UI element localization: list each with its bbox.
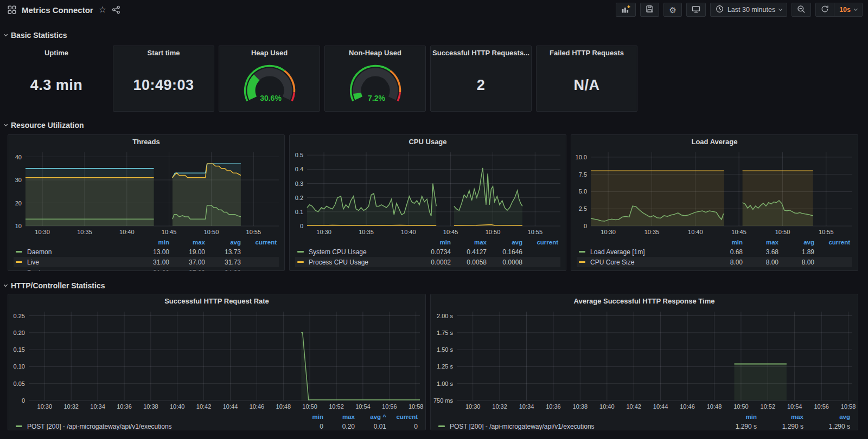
legend-sort-max[interactable]: max bbox=[169, 239, 205, 246]
http-response-time-legend: minmaxavgPOST [200] - /api-microgateway/… bbox=[436, 412, 852, 430]
legend-sort-avg[interactable]: avg bbox=[205, 239, 241, 246]
dashboard-title[interactable]: Metrics Connector bbox=[22, 5, 93, 15]
svg-text:10:58: 10:58 bbox=[409, 403, 424, 410]
time-range-picker[interactable]: Last 30 minutes bbox=[710, 3, 787, 17]
series-swatch[interactable] bbox=[16, 261, 22, 263]
panel-title[interactable]: Average Successful HTTP Response Time bbox=[431, 294, 858, 307]
series-name[interactable]: CPU Core Size bbox=[590, 259, 634, 266]
legend-row: CPU Core Size8.008.008.00 bbox=[577, 257, 852, 267]
legend-value: 0 bbox=[292, 423, 323, 430]
series-swatch[interactable] bbox=[579, 261, 585, 263]
star-icon[interactable]: ☆ bbox=[99, 5, 106, 14]
legend-sort-max[interactable]: max bbox=[323, 414, 355, 420]
http-response-time-chart[interactable]: 10:3010:3210:3410:3610:3810:4010:4210:44… bbox=[431, 307, 858, 411]
legend-sort-min[interactable]: min bbox=[292, 414, 323, 420]
add-panel-button[interactable] bbox=[616, 3, 636, 17]
svg-text:10:46: 10:46 bbox=[250, 403, 265, 410]
legend-header: minmaxavgcurrent bbox=[295, 238, 560, 247]
legend-value: 0.0734 bbox=[415, 248, 451, 256]
load-average-chart[interactable]: 10:3010:3510:4010:4510:5010:5502.55.07.5… bbox=[571, 148, 858, 237]
threads-chart[interactable]: 10:3010:3510:4010:4510:5010:5510203040 bbox=[8, 148, 284, 237]
series-swatch[interactable] bbox=[16, 425, 22, 427]
series-swatch[interactable] bbox=[438, 425, 445, 427]
panel-http-request-rate: Successful HTTP Request Rate 10:3010:321… bbox=[8, 294, 426, 430]
legend-header: minmaxavgcurrent bbox=[577, 238, 852, 247]
dashboard-grid-icon[interactable] bbox=[8, 5, 16, 14]
chevron-down-icon bbox=[4, 283, 8, 287]
series-name[interactable]: POST [200] - /api-microgateway/api/v1/ex… bbox=[27, 423, 172, 430]
series-swatch[interactable] bbox=[16, 251, 22, 253]
zoom-out-icon bbox=[797, 5, 806, 15]
legend-sort-min[interactable]: min bbox=[133, 239, 169, 246]
legend-sort-current[interactable]: current bbox=[241, 239, 277, 246]
panel-title[interactable]: CPU Usage bbox=[290, 135, 566, 148]
svg-text:10:40: 10:40 bbox=[599, 403, 615, 410]
legend-sort-min[interactable]: min bbox=[415, 239, 451, 246]
section-resource-utilization[interactable]: Resource Utilization bbox=[4, 120, 868, 130]
panel-title[interactable]: Heap Used bbox=[219, 46, 320, 59]
legend-sort-max[interactable]: max bbox=[451, 239, 487, 246]
svg-text:10:35: 10:35 bbox=[77, 229, 92, 235]
svg-text:10:48: 10:48 bbox=[707, 403, 722, 410]
legend-sort-max[interactable]: max bbox=[743, 239, 778, 246]
section-basic-statistics[interactable]: Basic Statistics bbox=[4, 30, 868, 40]
legend-sort-avg[interactable]: avg bbox=[778, 239, 814, 246]
series-swatch[interactable] bbox=[579, 251, 585, 253]
series-name[interactable]: POST [200] - /api-microgateway/api/v1/ex… bbox=[450, 423, 595, 430]
save-dashboard-button[interactable] bbox=[640, 3, 659, 17]
legend-sort-current[interactable]: current bbox=[522, 239, 558, 246]
legend-value: 8.00 bbox=[743, 259, 778, 266]
legend-sort-avg[interactable]: avg bbox=[803, 414, 850, 420]
series-name[interactable]: System CPU Usage bbox=[309, 248, 367, 256]
zoom-out-button[interactable] bbox=[792, 3, 811, 17]
refresh-interval-picker[interactable]: 10s bbox=[834, 3, 862, 16]
cpu-usage-chart[interactable]: 10:3010:3510:4010:4510:5010:5500.10.20.3… bbox=[290, 148, 566, 237]
legend-value: 1.89 bbox=[778, 248, 814, 256]
svg-text:10:55: 10:55 bbox=[819, 229, 834, 235]
series-name[interactable]: Live bbox=[27, 259, 39, 266]
panel-title[interactable]: Non-Heap Used bbox=[325, 46, 425, 59]
legend-sort-current[interactable]: current bbox=[814, 239, 850, 246]
svg-text:0: 0 bbox=[300, 223, 303, 229]
panel-title[interactable]: Successful HTTP Request Rate bbox=[8, 294, 425, 307]
svg-text:10:36: 10:36 bbox=[117, 403, 132, 410]
panel-title[interactable]: Threads bbox=[8, 135, 284, 148]
svg-text:30.6%: 30.6% bbox=[260, 94, 282, 102]
panel-failed-http-requests: Failed HTTP Requests N/A bbox=[536, 46, 637, 112]
series-name[interactable]: Load Average [1m] bbox=[590, 248, 645, 256]
series-name[interactable]: Peak bbox=[27, 269, 42, 271]
section-http-controller-statistics[interactable]: HTTP/Controller Statistics bbox=[4, 281, 868, 290]
start-time-value: 10:49:03 bbox=[113, 59, 214, 111]
svg-text:10:30: 10:30 bbox=[316, 229, 331, 235]
series-swatch[interactable] bbox=[297, 261, 304, 263]
legend-row: Load Average [1m]0.683.681.89 bbox=[577, 247, 852, 257]
series-name[interactable]: Process CPU Usage bbox=[309, 259, 368, 266]
legend-header: minmaxavgcurrent bbox=[14, 238, 279, 247]
legend-sort-current[interactable]: current bbox=[386, 414, 418, 420]
legend-sort-avg[interactable]: avg ^ bbox=[355, 414, 386, 420]
refresh-button[interactable] bbox=[816, 3, 834, 16]
svg-text:10:50: 10:50 bbox=[775, 229, 790, 235]
panel-title[interactable]: Start time bbox=[113, 46, 214, 59]
legend-sort-min[interactable]: min bbox=[710, 414, 757, 420]
legend-sort-max[interactable]: max bbox=[757, 414, 803, 420]
resource-utilization-row: Threads 10:3010:3510:4010:4510:5010:5510… bbox=[8, 134, 868, 271]
cycle-view-button[interactable] bbox=[686, 3, 706, 17]
panel-load-average: Load Average 10:3010:3510:4010:4510:5010… bbox=[571, 134, 858, 271]
svg-text:10:44: 10:44 bbox=[223, 403, 238, 410]
series-name[interactable]: Daemon bbox=[27, 248, 52, 256]
panel-title[interactable]: Uptime bbox=[5, 46, 108, 59]
panel-title[interactable]: Failed HTTP Requests bbox=[537, 46, 637, 59]
basic-statistics-row: Uptime 4.3 min Start time 10:49:03 Heap … bbox=[4, 46, 868, 112]
svg-text:10:54: 10:54 bbox=[787, 403, 802, 410]
share-icon[interactable] bbox=[112, 5, 120, 14]
legend-sort-min[interactable]: min bbox=[707, 239, 743, 246]
panel-non-heap-used: Non-Heap Used 7.2% bbox=[324, 46, 426, 112]
panel-title[interactable]: Load Average bbox=[571, 135, 858, 148]
dashboard-settings-button[interactable]: ⚙ bbox=[663, 3, 681, 17]
series-swatch[interactable] bbox=[297, 251, 304, 253]
legend-sort-avg[interactable]: avg bbox=[487, 239, 522, 246]
panel-title[interactable]: Successful HTTP Requests... bbox=[431, 46, 531, 59]
http-request-rate-chart[interactable]: 10:3010:3210:3410:3610:3810:4010:4210:44… bbox=[8, 307, 425, 411]
svg-text:10:40: 10:40 bbox=[688, 229, 703, 235]
